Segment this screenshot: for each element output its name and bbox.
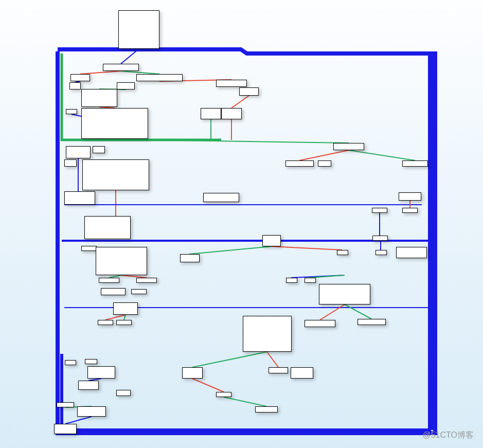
node-n40[interactable]	[131, 289, 147, 294]
node-n50[interactable]	[87, 366, 115, 379]
node-n43[interactable]	[98, 320, 113, 325]
node-n20[interactable]	[402, 160, 428, 167]
node-n35[interactable]	[99, 278, 119, 283]
node-n26[interactable]	[84, 216, 131, 239]
svg-line-31	[192, 352, 267, 367]
node-n28[interactable]	[372, 236, 388, 241]
node-n45[interactable]	[243, 316, 292, 352]
node-n1[interactable]	[103, 64, 139, 71]
node-n6[interactable]	[216, 80, 247, 87]
node-n21[interactable]	[64, 191, 95, 205]
node-n8[interactable]	[239, 87, 259, 96]
node-n48[interactable]	[65, 360, 76, 365]
node-n3[interactable]	[136, 74, 183, 81]
svg-line-36	[224, 397, 266, 406]
node-n24[interactable]	[372, 208, 387, 213]
node-n44[interactable]	[116, 320, 132, 325]
node-n49[interactable]	[85, 359, 97, 364]
svg-line-32	[267, 352, 278, 367]
diagram-canvas: @51CTO博客	[0, 0, 483, 448]
node-n38[interactable]	[305, 278, 316, 283]
svg-line-19	[189, 246, 272, 254]
svg-line-6	[231, 96, 249, 108]
node-n32[interactable]	[337, 250, 348, 255]
node-n37[interactable]	[286, 278, 297, 283]
svg-line-13	[299, 150, 349, 160]
svg-line-30	[345, 304, 371, 319]
node-n13[interactable]	[66, 146, 91, 158]
node-n30[interactable]	[96, 247, 147, 275]
node-n14[interactable]	[93, 146, 105, 153]
node-n9[interactable]	[66, 109, 77, 114]
node-n47[interactable]	[357, 319, 386, 325]
svg-line-14	[349, 150, 415, 160]
node-n39[interactable]	[101, 288, 126, 295]
node-n57[interactable]	[57, 402, 74, 407]
svg-line-28	[124, 315, 126, 320]
svg-line-34	[192, 379, 224, 392]
node-n51[interactable]	[182, 367, 203, 379]
svg-line-29	[320, 304, 345, 320]
node-n55[interactable]	[116, 390, 131, 396]
node-n22[interactable]	[203, 193, 239, 202]
node-n0[interactable]	[118, 10, 159, 49]
node-n53[interactable]	[291, 367, 313, 379]
node-n25[interactable]	[402, 208, 418, 213]
node-n54[interactable]	[78, 381, 99, 390]
svg-line-24	[291, 275, 345, 278]
node-n16[interactable]	[64, 159, 77, 167]
diagram-edges	[0, 0, 483, 448]
node-n17[interactable]	[82, 159, 149, 190]
node-n18[interactable]	[285, 160, 314, 167]
node-n52[interactable]	[269, 367, 288, 373]
node-n15[interactable]	[333, 143, 364, 150]
node-n2[interactable]	[70, 74, 90, 81]
node-n27[interactable]	[262, 235, 281, 246]
svg-line-11	[148, 140, 349, 143]
diagram-frame	[0, 0, 483, 448]
node-n5[interactable]	[117, 82, 135, 89]
svg-line-27	[105, 315, 126, 320]
watermark-text: @51CTO博客	[422, 430, 474, 441]
node-n42[interactable]	[113, 302, 138, 315]
node-n7[interactable]	[81, 89, 117, 107]
node-n10[interactable]	[81, 108, 148, 139]
node-n60[interactable]	[54, 424, 77, 434]
node-n36[interactable]	[136, 278, 157, 283]
node-n11[interactable]	[201, 108, 221, 119]
node-n41[interactable]	[319, 284, 370, 304]
node-n59[interactable]	[255, 406, 278, 413]
node-n12[interactable]	[221, 108, 242, 119]
svg-line-37	[65, 417, 92, 424]
node-n56[interactable]	[216, 392, 231, 397]
svg-line-20	[272, 246, 342, 250]
node-n23[interactable]	[399, 192, 421, 201]
node-n33[interactable]	[375, 250, 387, 255]
svg-line-0	[121, 49, 139, 64]
node-n29[interactable]	[81, 246, 97, 251]
node-n34[interactable]	[396, 247, 427, 258]
node-n31[interactable]	[180, 254, 200, 262]
node-n4[interactable]	[69, 82, 81, 89]
node-n19[interactable]	[318, 160, 331, 167]
node-n58[interactable]	[77, 406, 106, 417]
node-n46[interactable]	[305, 320, 335, 327]
